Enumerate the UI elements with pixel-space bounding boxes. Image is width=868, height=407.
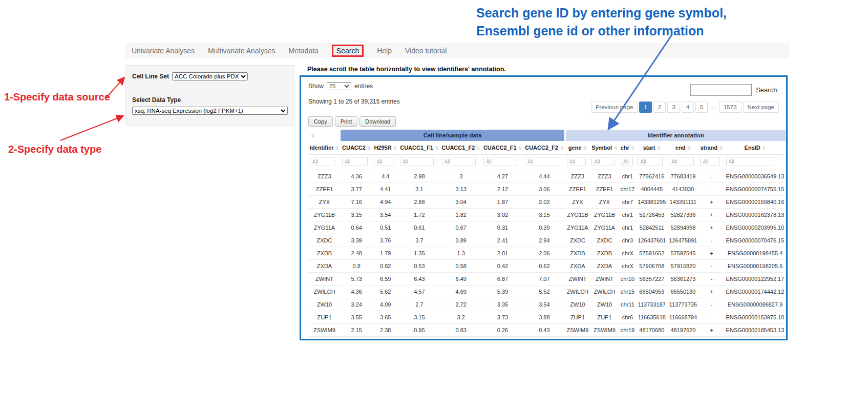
page-button-3[interactable]: 3 — [667, 101, 680, 113]
page-button-5[interactable]: 5 — [695, 101, 708, 113]
cell: + — [698, 196, 724, 209]
filter-input-cuacc2[interactable] — [342, 157, 368, 166]
page-button-4[interactable]: 4 — [682, 101, 694, 113]
page-button-1573[interactable]: 1573 — [719, 101, 742, 113]
nav-item-multivariate-analyses[interactable]: Multivariate Analyses — [208, 47, 276, 55]
next-page-button[interactable]: Next page — [743, 101, 779, 113]
cell: 2.02 — [523, 196, 565, 209]
sort-icon: ⇅ — [560, 146, 564, 151]
table-row[interactable]: ZZZ34.364.42.9834.274.44ZZZ3ZZZ3chr17756… — [308, 170, 786, 183]
table-row[interactable]: ZXDA0.80.820.530.580.420.62ZXDAZXDAchrX5… — [308, 260, 786, 273]
table-row[interactable]: ZWILCH4.365.624.574.695.395.52ZWILCHZWIL… — [308, 286, 786, 298]
cell: 3.39 — [341, 234, 372, 247]
column-label: CUACC2 — [342, 145, 366, 151]
cell-line-set-label: Cell Line Set — [132, 73, 169, 80]
column-header-h295r[interactable]: H295R⇅ — [372, 141, 398, 155]
cell: chr3 — [619, 234, 637, 247]
group-header-row: ⇅ Cell line/sample data Identifier annot… — [308, 130, 786, 141]
cell: 4.57 — [398, 286, 440, 298]
cell: ENSG00000070476.15 — [725, 234, 786, 247]
identifier-corner-header[interactable]: ⇅ — [308, 130, 341, 141]
column-header-gene[interactable]: gene⇅ — [565, 141, 590, 155]
cell: ENSG00000036549.13 — [725, 170, 786, 183]
table-row[interactable]: ZSWIM92.152.380.950.830.260.43ZSWIM9ZSWI… — [308, 324, 786, 337]
cell-line-set-select[interactable]: ACC Colorado plus PDX — [172, 72, 248, 80]
cell: 77683419 — [667, 170, 698, 183]
table-row[interactable]: ZXDC3.393.763.73.892.412.94ZXDCZXDCchr31… — [308, 234, 786, 247]
cell: chr15 — [619, 286, 637, 298]
column-header-chr[interactable]: chr⇅ — [619, 141, 637, 155]
column-header-start[interactable]: start⇅ — [636, 141, 667, 155]
cell: 4.36 — [341, 170, 372, 183]
page-button-1[interactable]: 1 — [639, 101, 651, 113]
nav-item-univariate-analyses[interactable]: Univariate Analyses — [132, 47, 195, 55]
column-header-end[interactable]: end⇅ — [667, 141, 698, 155]
filter-input-identifier[interactable] — [310, 157, 335, 166]
table-row[interactable]: ZYG11A0.640.510.610.670.310.39ZYG11AZYG1… — [308, 221, 786, 234]
cell: 3.15 — [523, 209, 565, 221]
page-size-select[interactable]: 25 — [327, 82, 351, 90]
search-label: Search: — [756, 86, 779, 94]
table-row[interactable]: ZXDB2.481.791.351.32.012.06ZXDBZXDBchrX5… — [308, 247, 786, 260]
nav-item-metadata[interactable]: Metadata — [288, 47, 318, 55]
column-header-cuacc2[interactable]: CUACC2⇅ — [341, 141, 372, 155]
table-row[interactable]: ZYG11B3.153.541.721.823.023.15ZYG11BZYG1… — [308, 209, 786, 221]
cell: 0.83 — [440, 324, 482, 337]
filter-input-gene[interactable] — [567, 157, 586, 166]
filter-input-cuacc2-f2[interactable] — [525, 157, 559, 166]
page-button-2[interactable]: 2 — [653, 101, 666, 113]
column-header-cuacc1-f2[interactable]: CUACC1_F2⇅ — [440, 141, 482, 155]
column-header-ensid[interactable]: EnsID⇅ — [725, 141, 786, 155]
table-row[interactable]: ZW103.244.092.72.723.353.54ZW10ZW10chr11… — [308, 298, 786, 311]
nav-item-help[interactable]: Help — [377, 47, 392, 55]
cell: - — [698, 234, 724, 247]
filter-input-end[interactable] — [669, 157, 693, 166]
table-row[interactable]: ZZEF13.774.413.13.132.123.06ZZEF1ZZEF1ch… — [308, 183, 786, 196]
filter-input-symbol[interactable] — [591, 157, 614, 166]
column-header-cuacc2-f2[interactable]: CUACC2_F2⇅ — [523, 141, 565, 155]
column-label: CUACC1_F1 — [400, 145, 433, 151]
cell: 4.69 — [440, 286, 482, 298]
cell: ZZZ3 — [565, 170, 590, 183]
filter-input-strand[interactable] — [700, 157, 720, 166]
print-button[interactable]: Print — [335, 116, 358, 127]
table-row[interactable]: ZYX7.164.942.883.041.872.02ZYXZYXchr7143… — [308, 196, 786, 209]
copy-button[interactable]: Copy — [308, 116, 333, 127]
column-header-cuacc2-f1[interactable]: CUACC2_F1⇅ — [482, 141, 523, 155]
cell: 1.72 — [398, 209, 440, 221]
filter-input-cuacc1-f2[interactable] — [442, 157, 476, 166]
cell: 2.38 — [372, 324, 398, 337]
cell: chrX — [619, 247, 637, 260]
cell: chr1 — [619, 221, 637, 234]
column-header-symbol[interactable]: Symbol⇅ — [590, 141, 619, 155]
column-header-row: Identifier⇅CUACC2⇅H295R⇅CUACC1_F1⇅CUACC1… — [308, 141, 786, 155]
column-label: EnsID — [745, 145, 760, 151]
filter-input-ensid[interactable] — [726, 157, 774, 166]
table-row[interactable]: ZWINT5.736.596.436.496.877.07ZWINTZWINTc… — [308, 273, 786, 286]
data-type-select[interactable]: xsq: RNA-seq Expression (log2 FPKM+1) — [132, 107, 288, 115]
nav-item-search[interactable]: Search — [332, 45, 364, 57]
cell: 0.39 — [523, 221, 565, 234]
cell: ZZEF1 — [308, 183, 341, 196]
filter-input-chr[interactable] — [621, 157, 633, 166]
nav-item-video-tutorial[interactable]: Video tutorial — [405, 47, 447, 55]
cell: ENSG00000122952.17 — [725, 273, 786, 286]
column-header-identifier[interactable]: Identifier⇅ — [308, 141, 341, 155]
column-header-cuacc1-f1[interactable]: CUACC1_F1⇅ — [398, 141, 440, 155]
cell: + — [698, 324, 724, 337]
filter-input-h295r[interactable] — [374, 157, 394, 166]
column-label: CUACC1_F2 — [442, 145, 475, 151]
cell: 6.59 — [372, 273, 398, 286]
previous-page-button[interactable]: Previous page — [591, 101, 638, 113]
filter-input-cuacc1-f1[interactable] — [400, 157, 434, 166]
cell: ENSG00000162378.13 — [725, 209, 786, 221]
filter-input-start[interactable] — [638, 157, 662, 166]
cell: 2.98 — [398, 170, 440, 183]
table-row[interactable]: ZUP13.553.653.153.23.733.88ZUP1ZUP1chr61… — [308, 311, 786, 324]
filter-input-cuacc2-f1[interactable] — [483, 157, 517, 166]
column-header-strand[interactable]: strand⇅ — [698, 141, 724, 155]
table-search-input[interactable] — [690, 84, 752, 96]
download-button[interactable]: Download — [359, 116, 396, 127]
cell: 2.12 — [482, 183, 523, 196]
showing-entries-text: Showing 1 to 25 of 39,315 entries — [308, 98, 400, 105]
